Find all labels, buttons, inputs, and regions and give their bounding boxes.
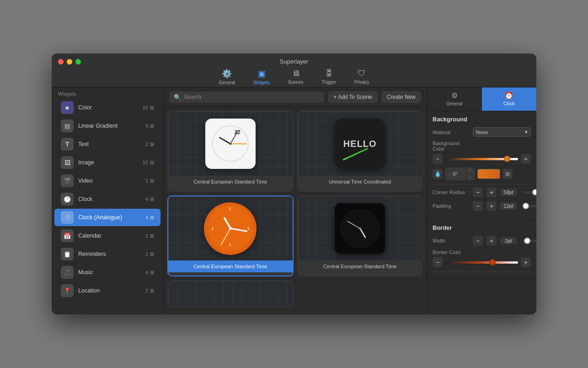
border-width-slider[interactable] — [523, 240, 536, 242]
padding-minus-button[interactable]: − — [473, 201, 483, 211]
sidebar-item-color[interactable]: ■ Color 10 ⊞ — [54, 99, 160, 116]
widget-card-w1-label: Central European Standard Time — [168, 176, 293, 188]
ca-badge: ⊞ — [150, 215, 154, 221]
linear-gradient-icon: ▤ — [61, 119, 74, 132]
trigger-label: Trigger — [321, 80, 336, 85]
dark2-hour-hand — [359, 228, 366, 238]
close-button[interactable] — [58, 59, 64, 65]
clock-icon: 🕐 — [61, 193, 74, 206]
text-badge: ⊞ — [150, 141, 154, 147]
orange-center-dot — [229, 227, 232, 230]
sidebar-item-location[interactable]: 📍 Location 2 ⊞ — [54, 282, 160, 299]
white-clock: 22 — [205, 119, 256, 169]
toolbar-item-privacy[interactable]: 🛡 Privacy — [352, 68, 372, 86]
bg-plus-button[interactable]: + — [521, 154, 531, 164]
bg-minus-button[interactable]: − — [433, 154, 443, 164]
toolbar-item-general[interactable]: ⚙️ General — [216, 68, 238, 86]
sidebar-item-music[interactable]: 🎵 Music 4 ⊞ — [54, 264, 160, 281]
rem-badge: ⊞ — [150, 251, 154, 257]
widget-card-w3[interactable]: Central European Standard Time — [167, 195, 294, 276]
maximize-button[interactable] — [75, 59, 81, 65]
angle-box[interactable]: ↑ ⌃⌄ — [445, 168, 475, 180]
text-icon: T — [61, 138, 74, 151]
toolbar-item-widgets[interactable]: ▣ Widgets — [251, 68, 273, 86]
toolbar-item-scenes[interactable]: 🖥 Scenes — [285, 68, 306, 86]
padding-plus-button[interactable]: + — [486, 201, 497, 211]
widgets-label: Widgets — [253, 80, 270, 85]
sidebar-item-calendar[interactable]: 📅 Calendar 1 ⊞ — [54, 227, 160, 244]
widget-card-w2[interactable]: HELLO Universal Time Coordinated — [297, 111, 423, 192]
bg-color-slider-row: − + — [433, 154, 531, 164]
widget-card-w5-inner — [168, 281, 293, 308]
angle-input[interactable] — [453, 171, 466, 177]
titlebar: Superlayer ⚙️ General ▣ Widgets 🖥 Scenes… — [52, 54, 536, 87]
cal-badge: ⊞ — [150, 233, 154, 239]
sidebar-item-rem-label: Reminders — [78, 251, 145, 257]
sidebar-item-linear-gradient[interactable]: ▤ Linear Gradient 9 ⊞ — [54, 117, 160, 135]
sidebar-item-lg-label: Linear Gradient — [78, 123, 145, 129]
sidebar-item-text-label: Text — [78, 141, 145, 147]
add-to-scene-button[interactable]: + Add To Scene — [328, 91, 377, 103]
border-minus-button[interactable]: − — [473, 236, 483, 246]
padding-slider[interactable] — [523, 205, 536, 207]
corner-slider[interactable] — [523, 191, 536, 194]
sidebar-item-image-count: 10 — [143, 160, 148, 165]
create-new-button[interactable]: Create New — [381, 91, 421, 103]
border-color-slider[interactable] — [445, 261, 518, 264]
sidebar-item-reminders[interactable]: 📋 Reminders 1 ⊞ — [54, 245, 160, 263]
sidebar-item-text-count: 2 — [145, 141, 148, 147]
right-tab-general[interactable]: ⚙ General — [427, 87, 482, 111]
search-box[interactable]: 🔍 — [169, 92, 324, 103]
sidebar-item-image[interactable]: 🖼 Image 10 ⊞ — [54, 154, 160, 171]
right-panel: ⚙ General ⏰ Clock Background Material No… — [427, 87, 536, 314]
toolbar-item-trigger[interactable]: 🎛 Trigger — [319, 68, 338, 86]
material-value: None — [476, 130, 488, 135]
border-slider-thumb[interactable] — [489, 259, 496, 265]
orange-clock-face — [208, 206, 253, 251]
bg-slider-thumb[interactable] — [504, 156, 510, 162]
color-swatch[interactable] — [477, 169, 500, 179]
corner-plus-button[interactable]: + — [486, 187, 497, 197]
sidebar-item-text[interactable]: T Text 2 ⊞ — [54, 135, 160, 153]
corner-radius-row: Corner Radius − + 58pt — [433, 187, 531, 197]
material-select[interactable]: None ▾ — [473, 127, 531, 137]
privacy-label: Privacy — [354, 80, 369, 85]
scenes-icon: 🖥 — [292, 69, 300, 78]
sidebar-item-clock-analogue[interactable]: ⏱ Clock (Analogue) 4 ⊞ — [54, 209, 160, 226]
border-title: Border — [433, 224, 531, 231]
grid-swatch-icon[interactable]: ⊞ — [502, 169, 513, 179]
material-label: Material — [433, 130, 469, 135]
corner-slider-thumb[interactable] — [532, 189, 536, 195]
eyedropper-icon[interactable]: 💧 — [433, 169, 443, 179]
widget-card-w2-label: Universal Time Coordinated — [298, 176, 422, 188]
bg-color-slider[interactable] — [445, 158, 518, 160]
green-line — [343, 148, 369, 161]
border-plus-button[interactable]: + — [486, 236, 497, 246]
clock-analogue-icon: ⏱ — [61, 211, 74, 224]
right-tab-clock[interactable]: ⏰ Clock — [482, 87, 537, 111]
widget-card-w5[interactable] — [167, 280, 294, 308]
minimize-button[interactable] — [67, 59, 72, 65]
widget-card-w4[interactable]: Central European Standard Time — [297, 195, 423, 276]
sidebar-item-loc-count: 2 — [145, 288, 148, 293]
trigger-icon: 🎛 — [325, 69, 333, 78]
widget-card-w1-inner: 22 — [168, 112, 293, 176]
border-width-label: Width — [433, 238, 469, 244]
widget-card-w1[interactable]: 22 Central European Standard Time — [167, 111, 294, 192]
border-width-slider-thumb[interactable] — [524, 238, 530, 244]
color-icon: ■ — [61, 101, 74, 114]
sidebar-item-video[interactable]: 🎬 Video 1 ⊞ — [54, 172, 160, 189]
sidebar-item-cal-label: Calendar — [78, 233, 145, 239]
widget-grid-panel: 🔍 + Add To Scene Create New 22 — [164, 87, 427, 314]
orange-second-hand — [220, 228, 231, 245]
border-color-plus[interactable]: + — [521, 257, 531, 267]
padding-slider-thumb[interactable] — [523, 203, 529, 209]
sidebar-item-cal-count: 1 — [145, 233, 148, 238]
search-input[interactable] — [184, 94, 320, 100]
sidebar-item-clock[interactable]: 🕐 Clock 4 ⊞ — [54, 190, 160, 208]
border-color-minus[interactable]: − — [433, 257, 443, 267]
corner-minus-button[interactable]: − — [473, 187, 483, 197]
angle-stepper-icon: ⌃⌄ — [468, 169, 471, 179]
right-general-label: General — [446, 101, 463, 106]
general-icon: ⚙️ — [222, 69, 232, 79]
